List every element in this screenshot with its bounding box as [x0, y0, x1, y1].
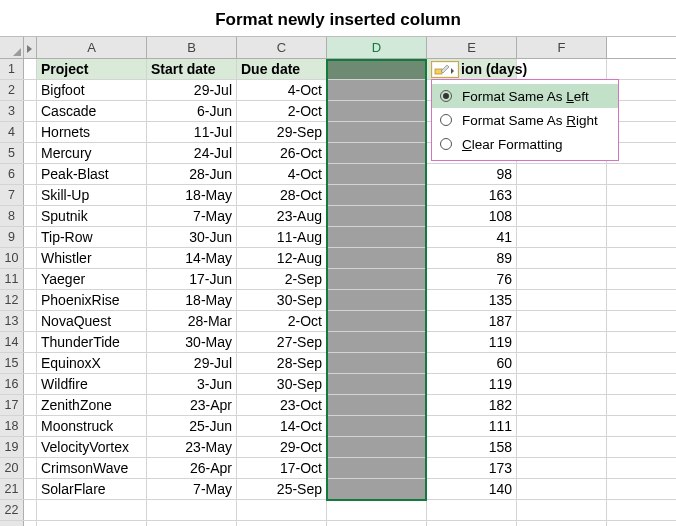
cell-new-col[interactable]: [327, 101, 427, 121]
cell-new-col[interactable]: [327, 437, 427, 457]
row-number[interactable]: 12: [0, 290, 24, 310]
cell-duration[interactable]: 111: [427, 416, 517, 436]
cell-duration[interactable]: 108: [427, 206, 517, 226]
cell-new-col[interactable]: [327, 479, 427, 499]
row-number[interactable]: 6: [0, 164, 24, 184]
cell-start-date[interactable]: 23-Apr: [147, 395, 237, 415]
cell-f[interactable]: [517, 290, 607, 310]
row-number[interactable]: 9: [0, 227, 24, 247]
row-number[interactable]: 22: [0, 500, 24, 520]
cell[interactable]: [327, 500, 427, 520]
cell-start-date[interactable]: 7-May: [147, 479, 237, 499]
cell-project[interactable]: NovaQuest: [37, 311, 147, 331]
cell-f[interactable]: [517, 185, 607, 205]
header-project[interactable]: Project: [37, 59, 147, 79]
cell-new-col[interactable]: [327, 269, 427, 289]
cell-f[interactable]: [517, 458, 607, 478]
row-number[interactable]: 5: [0, 143, 24, 163]
cell[interactable]: [427, 521, 517, 526]
cell-start-date[interactable]: 11-Jul: [147, 122, 237, 142]
row-number[interactable]: 18: [0, 416, 24, 436]
row-number[interactable]: 2: [0, 80, 24, 100]
cell-project[interactable]: Moonstruck: [37, 416, 147, 436]
row-number[interactable]: 21: [0, 479, 24, 499]
cell-project[interactable]: EquinoxX: [37, 353, 147, 373]
cell-project[interactable]: Hornets: [37, 122, 147, 142]
cell-new-col[interactable]: [327, 227, 427, 247]
header-f[interactable]: [517, 59, 607, 79]
cell-project[interactable]: Whistler: [37, 248, 147, 268]
col-header-D[interactable]: D: [327, 37, 427, 58]
cell-start-date[interactable]: 25-Jun: [147, 416, 237, 436]
cell-project[interactable]: Mercury: [37, 143, 147, 163]
cell-f[interactable]: [517, 164, 607, 184]
cell-project[interactable]: Cascade: [37, 101, 147, 121]
cell-start-date[interactable]: 3-Jun: [147, 374, 237, 394]
cell-due-date[interactable]: 28-Sep: [237, 353, 327, 373]
cell-duration[interactable]: 98: [427, 164, 517, 184]
col-header-F[interactable]: F: [517, 37, 607, 58]
header-new-col[interactable]: [327, 59, 427, 79]
cell-project[interactable]: Bigfoot: [37, 80, 147, 100]
cell-new-col[interactable]: [327, 185, 427, 205]
cell[interactable]: [327, 521, 427, 526]
col-header-A[interactable]: A: [37, 37, 147, 58]
cell-due-date[interactable]: 12-Aug: [237, 248, 327, 268]
cell-due-date[interactable]: 26-Oct: [237, 143, 327, 163]
row-number[interactable]: 14: [0, 332, 24, 352]
cell-f[interactable]: [517, 437, 607, 457]
cell-start-date[interactable]: 24-Jul: [147, 143, 237, 163]
option-format-same-as-left[interactable]: Format Same As Left: [432, 84, 618, 108]
option-clear-formatting[interactable]: Clear Formatting: [432, 132, 618, 156]
cell-f[interactable]: [517, 374, 607, 394]
row-number[interactable]: 15: [0, 353, 24, 373]
cell[interactable]: [237, 521, 327, 526]
row-number[interactable]: 7: [0, 185, 24, 205]
row-number[interactable]: 23: [0, 521, 24, 526]
cell-new-col[interactable]: [327, 395, 427, 415]
row-number[interactable]: 8: [0, 206, 24, 226]
cell-new-col[interactable]: [327, 164, 427, 184]
cell-start-date[interactable]: 26-Apr: [147, 458, 237, 478]
cell-due-date[interactable]: 29-Sep: [237, 122, 327, 142]
col-header-E[interactable]: E: [427, 37, 517, 58]
cell-new-col[interactable]: [327, 311, 427, 331]
cell[interactable]: [37, 500, 147, 520]
cell-f[interactable]: [517, 332, 607, 352]
cell-due-date[interactable]: 23-Oct: [237, 395, 327, 415]
cell-start-date[interactable]: 29-Jul: [147, 80, 237, 100]
row-number[interactable]: 17: [0, 395, 24, 415]
cell[interactable]: [237, 500, 327, 520]
cell-duration[interactable]: 89: [427, 248, 517, 268]
cell-duration[interactable]: 135: [427, 290, 517, 310]
cell-due-date[interactable]: 14-Oct: [237, 416, 327, 436]
cell-new-col[interactable]: [327, 143, 427, 163]
cell-new-col[interactable]: [327, 374, 427, 394]
cell-due-date[interactable]: 4-Oct: [237, 164, 327, 184]
cell-start-date[interactable]: 28-Mar: [147, 311, 237, 331]
cell-f[interactable]: [517, 269, 607, 289]
cell-due-date[interactable]: 17-Oct: [237, 458, 327, 478]
cell-new-col[interactable]: [327, 353, 427, 373]
select-all-corner[interactable]: [0, 37, 24, 58]
cell-f[interactable]: [517, 311, 607, 331]
cell-f[interactable]: [517, 395, 607, 415]
header-due-date[interactable]: Due date: [237, 59, 327, 79]
cell-duration[interactable]: 140: [427, 479, 517, 499]
cell-start-date[interactable]: 18-May: [147, 290, 237, 310]
cell-project[interactable]: SolarFlare: [37, 479, 147, 499]
cell-project[interactable]: Wildfire: [37, 374, 147, 394]
row-number[interactable]: 20: [0, 458, 24, 478]
cell-f[interactable]: [517, 479, 607, 499]
row-number[interactable]: 13: [0, 311, 24, 331]
cell-due-date[interactable]: 30-Sep: [237, 374, 327, 394]
row-number[interactable]: 1: [0, 59, 24, 79]
cell[interactable]: [517, 500, 607, 520]
col-header-B[interactable]: B: [147, 37, 237, 58]
cell-due-date[interactable]: 29-Oct: [237, 437, 327, 457]
cell-project[interactable]: Skill-Up: [37, 185, 147, 205]
row-number[interactable]: 3: [0, 101, 24, 121]
cell-duration[interactable]: 119: [427, 332, 517, 352]
cell-due-date[interactable]: 2-Oct: [237, 311, 327, 331]
cell-start-date[interactable]: 30-May: [147, 332, 237, 352]
